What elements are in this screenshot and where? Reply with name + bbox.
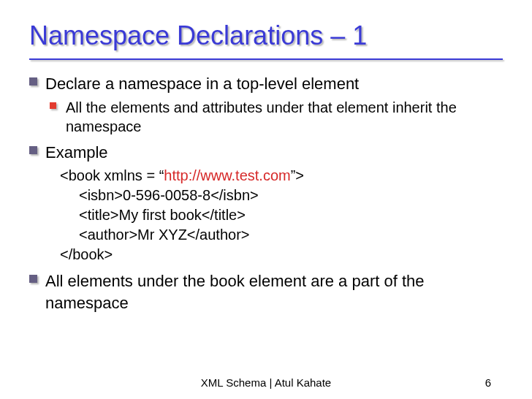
code-line: </book> — [60, 245, 503, 265]
code-line: <isbn>0-596-0058-8</isbn> — [60, 186, 503, 205]
code-line: <title>My first book</title> — [60, 205, 503, 225]
square-bullet-icon — [29, 275, 37, 283]
square-bullet-icon — [29, 146, 37, 154]
footer-text: XML Schema | Atul Kahate — [0, 376, 532, 389]
bullet-list: Declare a namespace in a top-level eleme… — [29, 73, 503, 314]
slide-title: Namespace Declarations – 1 — [29, 20, 503, 51]
list-item: Example <book xmlns = “http://www.test.c… — [45, 142, 503, 265]
code-text: <book xmlns = “ — [60, 167, 164, 183]
bullet-text: All elements under the book element are … — [45, 270, 503, 314]
page-number: 6 — [485, 376, 491, 389]
code-example: <book xmlns = “http://www.test.com”> <is… — [45, 166, 503, 265]
square-bullet-icon — [29, 77, 37, 86]
list-item: Declare a namespace in a top-level eleme… — [45, 73, 503, 136]
code-url: http://www.test.com — [164, 167, 290, 183]
code-line: <author>Mr XYZ</author> — [60, 225, 503, 245]
list-item: All elements under the book element are … — [45, 270, 503, 314]
code-line: <book xmlns = “http://www.test.com”> — [60, 166, 503, 186]
list-item: All the elements and attributes under th… — [66, 98, 503, 136]
bullet-text: Declare a namespace in a top-level eleme… — [45, 73, 503, 95]
code-text: ”> — [291, 167, 304, 183]
sub-bullet-list: All the elements and attributes under th… — [45, 98, 503, 136]
bullet-text: Example — [45, 142, 503, 164]
title-underline — [29, 58, 503, 60]
sub-bullet-text: All the elements and attributes under th… — [66, 98, 503, 136]
square-bullet-icon — [50, 102, 56, 109]
